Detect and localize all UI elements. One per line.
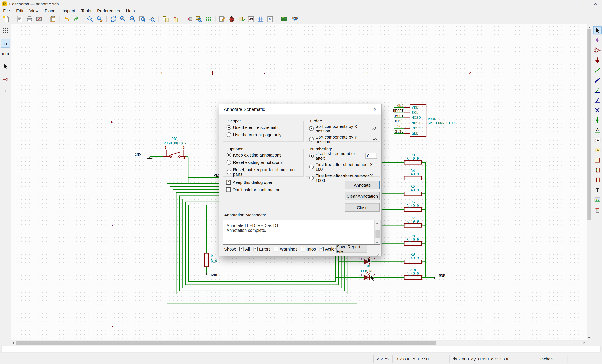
filter-all[interactable]: All — [239, 246, 250, 251]
dialog-close-icon[interactable] — [369, 105, 381, 115]
messages-scroll-thumb[interactable] — [376, 230, 380, 238]
radio-sort-x-position[interactable]: Sort components by X position — [306, 124, 380, 133]
scroll-down-icon[interactable] — [587, 335, 592, 340]
fields-table-button[interactable] — [256, 14, 265, 24]
menu-preferences[interactable]: Preferences — [94, 8, 123, 14]
junction-tool-button[interactable] — [593, 116, 602, 124]
scroll-up-icon[interactable] — [587, 24, 592, 29]
close-button[interactable] — [589, 0, 602, 7]
radio-current-page-only[interactable]: Use the current page only — [224, 132, 303, 137]
sheet-pin-tool-button[interactable] — [593, 176, 602, 184]
filter-errors[interactable]: Errors — [253, 246, 270, 251]
save-report-file-button[interactable]: Save Report File — [336, 245, 367, 253]
annotation-messages-panel[interactable]: Annotated LED_RED as D1 Annotation compl… — [223, 220, 380, 245]
find-button[interactable] — [85, 14, 95, 24]
bom-button[interactable]: $ — [265, 14, 275, 24]
menu-tools[interactable]: Tools — [78, 8, 94, 14]
scroll-right-icon[interactable] — [582, 340, 587, 345]
checkbox-dont-ask[interactable]: Don't ask for confirmation — [223, 187, 283, 192]
global-label-tool-button[interactable]: A — [593, 136, 602, 144]
footprint-browser-button[interactable] — [203, 14, 213, 24]
edit-symbol-fields-button[interactable] — [236, 14, 246, 24]
import-sheet-pin-tool-button[interactable] — [593, 166, 602, 174]
checkbox-keep-dialog-open[interactable]: Keep this dialog open — [223, 180, 276, 184]
place-wire-tool-button[interactable] — [593, 66, 602, 75]
zoom-in-button[interactable] — [118, 14, 128, 24]
page-settings-button[interactable] — [15, 14, 25, 24]
dialog-resize-grip[interactable] — [377, 252, 380, 256]
erc-button[interactable] — [227, 14, 236, 24]
close-dialog-button[interactable]: Close — [345, 203, 380, 212]
radio-first-free-after[interactable]: Use first free number after: — [306, 151, 380, 161]
text-tool-button[interactable]: T — [593, 186, 602, 194]
cursor-shape-toggle-button[interactable] — [1, 62, 10, 71]
radio-entire-schematic[interactable]: Use the entire schematic — [224, 125, 303, 130]
radio-keep-existing[interactable]: Keep existing annotations — [224, 153, 303, 157]
annotate-action-button[interactable]: Annotate — [345, 181, 380, 189]
redo-button[interactable] — [72, 14, 81, 24]
units-inches-button[interactable]: in — [1, 39, 10, 48]
wire-to-bus-entry-tool-button[interactable] — [593, 86, 602, 94]
new-schematic-button[interactable] — [1, 14, 11, 24]
radio-reset-keep-multiunit[interactable]: Reset, but keep order of multi-unit part… — [224, 167, 303, 177]
zoom-fit-button[interactable] — [138, 14, 147, 24]
run-pcbnew-button[interactable] — [279, 14, 289, 24]
maximize-button[interactable] — [576, 0, 589, 7]
menu-edit[interactable]: Edit — [13, 8, 26, 14]
delete-tool-button[interactable] — [593, 206, 602, 214]
clear-annotation-button[interactable]: Clear Annotation — [345, 192, 380, 200]
horizontal-scroll-thumb[interactable] — [16, 341, 436, 344]
minimize-button[interactable] — [563, 0, 576, 7]
first-free-number-input[interactable] — [366, 153, 377, 159]
back-import-button[interactable]: BACK — [289, 14, 301, 24]
select-tool-button[interactable] — [593, 26, 602, 34]
menu-file[interactable]: File — [0, 8, 13, 14]
radio-sort-y-position[interactable]: Sort components by Y position — [306, 135, 380, 144]
symbol-browser-button[interactable] — [194, 14, 204, 24]
undo-button[interactable] — [62, 14, 72, 24]
annotate-button[interactable] — [217, 14, 227, 24]
filter-actions[interactable]: Actions — [319, 246, 339, 251]
vertical-scrollbar[interactable] — [587, 24, 592, 340]
net-label-tool-button[interactable]: A — [593, 126, 602, 134]
filter-warnings[interactable]: Warnings — [274, 246, 297, 251]
place-bus-tool-button[interactable] — [593, 76, 602, 85]
leave-sheet-button[interactable] — [171, 14, 180, 24]
find-replace-button[interactable] — [95, 14, 105, 24]
radio-reset-existing[interactable]: Reset existing annotations — [224, 160, 303, 165]
place-symbol-tool-button[interactable] — [593, 46, 602, 54]
filter-infos[interactable]: Infos — [301, 246, 316, 251]
vertical-scroll-thumb[interactable] — [587, 29, 591, 220]
scroll-left-icon[interactable] — [11, 340, 16, 345]
paste-button[interactable] — [48, 14, 58, 24]
menu-inspect[interactable]: Inspect — [58, 8, 78, 14]
hidden-pins-toggle-button[interactable] — [1, 75, 10, 84]
grid-toggle-button[interactable] — [1, 26, 10, 34]
radio-sheet-number-100[interactable]: First free after sheet number X 100 — [306, 162, 380, 171]
scroll-down-icon[interactable] — [375, 239, 381, 245]
menu-place[interactable]: Place — [42, 8, 58, 14]
menu-help[interactable]: Help — [123, 8, 138, 14]
zoom-selection-button[interactable] — [147, 14, 157, 24]
units-mm-button[interactable]: mm — [1, 49, 10, 57]
assign-footprints-button[interactable] — [184, 14, 194, 24]
hierarchy-navigator-button[interactable] — [161, 14, 171, 24]
hierarchical-label-tool-button[interactable]: A — [593, 146, 602, 154]
redraw-view-button[interactable] — [109, 14, 118, 24]
dialog-title-bar[interactable]: Annotate Schematic — [219, 105, 381, 115]
plot-button[interactable] — [34, 14, 44, 24]
menu-view[interactable]: View — [26, 8, 42, 14]
zoom-out-button[interactable] — [128, 14, 138, 24]
messages-scrollbar[interactable] — [374, 220, 380, 245]
hierarchical-sheet-tool-button[interactable] — [593, 156, 602, 164]
bus-to-bus-entry-tool-button[interactable] — [593, 96, 602, 104]
no-connect-tool-button[interactable] — [593, 106, 602, 114]
highlight-net-tool-button[interactable] — [593, 36, 602, 44]
place-power-port-tool-button[interactable] — [593, 56, 602, 64]
horizontal-scrollbar[interactable] — [11, 340, 587, 345]
netlist-button[interactable]: NET — [246, 14, 256, 24]
hv-wires-toggle-button[interactable] — [1, 88, 10, 97]
scroll-up-icon[interactable] — [375, 220, 381, 225]
print-button[interactable] — [25, 14, 34, 24]
image-tool-button[interactable] — [593, 196, 602, 204]
